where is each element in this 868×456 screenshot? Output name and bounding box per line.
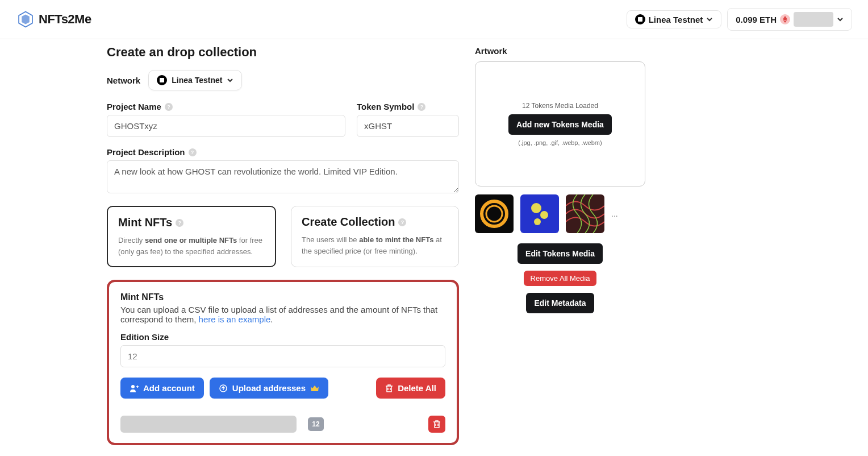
file-types-hint: (.jpg, .png, .gif, .webp, .webm): [518, 139, 602, 146]
upload-addresses-button[interactable]: Upload addresses: [210, 378, 328, 399]
csv-example-link[interactable]: here is an example: [199, 314, 271, 324]
address-row: 12: [120, 416, 445, 433]
add-account-button[interactable]: Add account: [120, 378, 204, 399]
artwork-panel: Artwork 12 Tokens Media Loaded Add new T…: [475, 39, 645, 445]
page-title: Create an drop collection: [107, 45, 459, 60]
help-icon[interactable]: ?: [176, 219, 183, 227]
edition-size-label: Edition Size: [120, 332, 445, 342]
mint-section-desc: You can upload a CSV file to upload a li…: [120, 305, 445, 324]
logo-icon: [16, 10, 35, 29]
mint-nfts-option[interactable]: Mint NFTs? Directly send one or multiple…: [107, 206, 276, 267]
svg-point-13: [540, 211, 548, 219]
token-symbol-label: Token Symbol: [357, 102, 414, 111]
svg-rect-11: [520, 194, 559, 233]
address-count: 12: [308, 417, 324, 431]
wallet-address-redacted: [794, 12, 833, 27]
mint-section: Mint NFTs You can upload a CSV file to u…: [107, 280, 459, 445]
svg-point-12: [531, 203, 541, 213]
chevron-down-icon: [837, 16, 844, 23]
network-name: Linea Testnet: [649, 15, 703, 24]
chevron-down-icon: [706, 16, 713, 23]
trash-icon: [385, 384, 393, 393]
logo-text: NFTs2Me: [39, 12, 91, 27]
top-header: NFTs2Me Linea Testnet 0.099 ETH: [0, 0, 868, 39]
thumbnail-2[interactable]: [520, 194, 559, 233]
mint-option-title: Mint NFTs: [118, 216, 172, 229]
description-label: Project Description: [107, 147, 185, 157]
help-icon[interactable]: ?: [398, 218, 406, 226]
main-form: Create an drop collection Network Linea …: [107, 39, 459, 445]
create-option-desc: The users will be able to mint the NFTs …: [302, 234, 448, 256]
svg-rect-2: [638, 17, 642, 22]
trash-icon: [433, 420, 441, 429]
network-badge-icon: [157, 75, 167, 85]
delete-all-button[interactable]: Delete All: [376, 378, 445, 399]
svg-marker-3: [783, 16, 787, 20]
delete-row-button[interactable]: [428, 416, 445, 433]
token-symbol-input[interactable]: [357, 115, 459, 137]
artwork-dropzone[interactable]: 12 Tokens Media Loaded Add new Tokens Me…: [475, 61, 645, 186]
thumbnail-3[interactable]: [566, 194, 604, 233]
description-input[interactable]: A new look at how GHOST can revolutioniz…: [107, 160, 459, 193]
mint-option-desc: Directly send one or multiple NFTs for f…: [118, 235, 265, 257]
network-dropdown[interactable]: Linea Testnet: [148, 70, 242, 90]
project-name-input[interactable]: [107, 115, 345, 137]
user-plus-icon: [130, 384, 139, 393]
address-input[interactable]: [120, 416, 297, 433]
more-indicator: ...: [611, 209, 618, 218]
edit-tokens-media-button[interactable]: Edit Tokens Media: [518, 243, 603, 264]
thumbnail-1[interactable]: [475, 194, 514, 233]
help-icon[interactable]: ?: [189, 148, 197, 156]
wallet-pill[interactable]: 0.099 ETH: [727, 8, 852, 31]
eth-icon: [780, 14, 790, 24]
remove-all-media-button[interactable]: Remove All Media: [524, 271, 597, 286]
project-name-label: Project Name: [107, 102, 161, 111]
logo[interactable]: NFTs2Me: [16, 10, 91, 29]
add-tokens-media-button[interactable]: Add new Tokens Media: [508, 114, 612, 135]
help-icon[interactable]: ?: [165, 103, 173, 111]
crown-icon: [310, 384, 319, 392]
network-badge-icon: [635, 14, 645, 24]
tokens-loaded-status: 12 Tokens Media Loaded: [522, 102, 598, 110]
network-label: Network: [107, 76, 140, 85]
edit-metadata-button[interactable]: Edit Metadata: [526, 293, 594, 313]
svg-point-14: [534, 218, 541, 225]
svg-point-6: [131, 385, 135, 388]
create-collection-option[interactable]: Create Collection? The users will be abl…: [291, 206, 459, 267]
header-right: Linea Testnet 0.099 ETH: [627, 8, 852, 31]
edition-size-input[interactable]: [120, 345, 445, 367]
mint-section-title: Mint NFTs: [120, 292, 445, 302]
upload-icon: [219, 384, 228, 393]
media-thumbnails: ...: [475, 194, 645, 233]
create-option-title: Create Collection: [302, 215, 395, 229]
svg-rect-5: [160, 78, 164, 82]
balance: 0.099 ETH: [736, 15, 777, 24]
svg-marker-1: [22, 15, 30, 24]
network-selector[interactable]: Linea Testnet: [627, 10, 722, 28]
artwork-label: Artwork: [475, 46, 645, 56]
chevron-down-icon: [227, 77, 233, 84]
network-value: Linea Testnet: [172, 76, 222, 85]
help-icon[interactable]: ?: [418, 103, 425, 111]
